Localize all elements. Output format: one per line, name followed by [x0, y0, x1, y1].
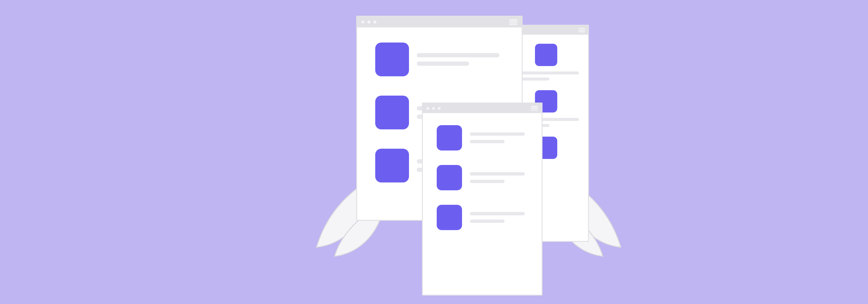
window-titlebar	[423, 103, 541, 113]
content-tile	[375, 96, 409, 129]
hamburger-icon	[578, 28, 585, 32]
dot-icon	[373, 21, 376, 24]
placeholder-line	[470, 219, 504, 223]
content-tile	[437, 125, 462, 151]
placeholder-line	[417, 53, 499, 57]
placeholder-lines	[417, 53, 504, 66]
illustration-stage	[217, 0, 651, 304]
placeholder-line	[470, 180, 504, 183]
placeholder-line	[470, 132, 525, 136]
dot-icon	[361, 21, 364, 24]
traffic-light-dots	[361, 21, 376, 24]
content-tile	[437, 165, 462, 190]
dot-icon	[427, 107, 429, 110]
list-item	[375, 42, 504, 76]
dot-icon	[438, 107, 441, 110]
placeholder-line	[470, 140, 504, 143]
hamburger-icon	[509, 19, 518, 25]
placeholder-lines	[470, 212, 528, 223]
content-tile	[535, 44, 557, 66]
placeholder-line	[513, 71, 579, 74]
content-tile	[375, 42, 409, 76]
dot-icon	[367, 21, 370, 24]
list-item	[437, 165, 528, 190]
placeholder-line	[417, 62, 469, 66]
placeholder-line	[470, 212, 525, 215]
content-tile	[375, 149, 409, 182]
browser-window-medium	[422, 102, 542, 296]
placeholder-line	[470, 172, 525, 176]
placeholder-lines	[470, 132, 528, 143]
list-item	[437, 205, 528, 230]
list-item	[437, 125, 528, 151]
content-tile	[437, 205, 462, 230]
window-content	[423, 113, 541, 295]
traffic-light-dots	[427, 107, 441, 110]
placeholder-lines	[513, 71, 579, 81]
hamburger-icon	[531, 106, 538, 111]
window-titlebar	[357, 17, 522, 27]
placeholder-lines	[470, 172, 528, 183]
dot-icon	[432, 107, 435, 110]
list-item	[513, 44, 579, 81]
